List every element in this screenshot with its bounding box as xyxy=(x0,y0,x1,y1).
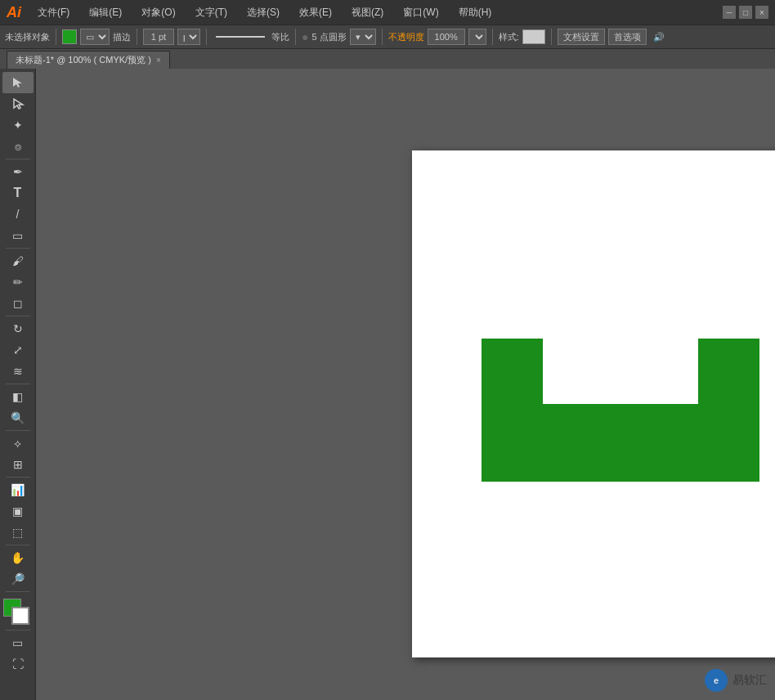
tool-separator-1 xyxy=(6,159,30,159)
separator-2 xyxy=(137,29,137,45)
separator-1 xyxy=(56,29,56,45)
speaker-icon: 🔊 xyxy=(653,32,665,43)
tab-title: 未标题-1* @ 100% ( CMYK/预览 ) xyxy=(16,54,151,66)
tool-separator-4 xyxy=(6,384,30,384)
rotate-tool-button[interactable]: ↻ xyxy=(2,318,34,339)
app-logo: Ai xyxy=(7,4,21,21)
tool-separator-6 xyxy=(6,477,30,478)
watermark-brand: 易软汇 xyxy=(732,673,767,688)
u-shape-svg xyxy=(482,339,759,482)
tab-bar: 未标题-1* @ 100% ( CMYK/预览 ) × xyxy=(0,49,775,69)
bullet-icon: ● xyxy=(302,30,308,43)
line-tool-button[interactable]: / xyxy=(2,204,34,225)
pen-tool-button[interactable]: ✒ xyxy=(2,161,34,182)
close-button[interactable]: × xyxy=(755,6,768,19)
window-controls: ─ □ × xyxy=(723,6,768,19)
separator-3 xyxy=(206,29,207,45)
chart-button[interactable]: 📊 xyxy=(2,479,34,500)
menu-effect[interactable]: 效果(E) xyxy=(293,4,338,21)
main-layout: ✦ ⌾ ✒ T / ▭ 🖌 ✏ ◻ ↻ ⤢ ≋ ◧ 🔍 ⟡ ⊞ 📊 ▣ ⬚ ✋ … xyxy=(0,69,775,700)
fill-type-select[interactable]: ▭ xyxy=(80,29,110,45)
separator-5 xyxy=(382,29,383,45)
opacity-label: 不透明度 xyxy=(388,31,424,43)
menu-view[interactable]: 视图(Z) xyxy=(345,4,390,21)
canvas-area[interactable]: e 易软汇 xyxy=(36,69,775,700)
menu-object[interactable]: 对象(O) xyxy=(135,4,181,21)
tool-separator-3 xyxy=(6,316,30,316)
no-selection-label: 未选择对象 xyxy=(5,31,50,43)
paintbrush-button[interactable]: 🖌 xyxy=(2,250,34,271)
menu-edit[interactable]: 编辑(E) xyxy=(83,4,128,21)
title-bar: Ai 文件(F) 编辑(E) 对象(O) 文字(T) 选择(S) 效果(E) 视… xyxy=(0,0,775,25)
tool-separator-5 xyxy=(6,430,30,431)
selection-tool-button[interactable] xyxy=(2,72,34,93)
separator-4 xyxy=(295,29,296,45)
opacity-input[interactable] xyxy=(428,29,465,45)
artboard-button[interactable]: ▣ xyxy=(2,500,34,522)
tool-separator-7 xyxy=(6,545,30,545)
menu-file[interactable]: 文件(F) xyxy=(31,4,76,21)
scale-tool-button[interactable]: ⤢ xyxy=(2,339,34,361)
normal-mode-button[interactable]: ▭ xyxy=(2,632,34,653)
pencil-button[interactable]: ✏ xyxy=(2,271,34,293)
menu-help[interactable]: 帮助(H) xyxy=(452,4,499,21)
minimize-button[interactable]: ─ xyxy=(723,6,736,19)
watermark-logo-text: e xyxy=(714,675,719,685)
opacity-unit-select[interactable]: ▾ xyxy=(468,29,486,45)
point-type-select[interactable]: ▾ xyxy=(350,29,376,45)
stroke-width-input[interactable] xyxy=(143,29,174,45)
style-label: 样式: xyxy=(499,31,519,43)
artboard xyxy=(412,150,775,657)
fullscreen-button[interactable]: ⛶ xyxy=(2,653,34,675)
menu-select[interactable]: 选择(S) xyxy=(240,4,286,21)
prefs-button[interactable]: 首选项 xyxy=(608,29,647,45)
document-tab[interactable]: 未标题-1* @ 100% ( CMYK/预览 ) × xyxy=(7,51,170,69)
eyedropper-button[interactable]: 🔍 xyxy=(2,407,34,429)
line-style-preview xyxy=(216,36,265,38)
toolbar: ✦ ⌾ ✒ T / ▭ 🖌 ✏ ◻ ↻ ⤢ ≋ ◧ 🔍 ⟡ ⊞ 📊 ▣ ⬚ ✋ … xyxy=(0,69,36,700)
style-swatch[interactable] xyxy=(522,29,545,44)
watermark-logo: e xyxy=(705,669,728,692)
fill-color-swatch[interactable] xyxy=(62,29,77,44)
ratio-label: 等比 xyxy=(271,31,289,43)
tool-separator-2 xyxy=(6,248,30,249)
lasso-button[interactable]: ⌾ xyxy=(2,136,34,157)
symbol-button[interactable]: ⊞ xyxy=(2,454,34,475)
slice-button[interactable]: ⬚ xyxy=(2,522,34,543)
color-area xyxy=(3,595,33,628)
tool-separator-9 xyxy=(6,630,30,630)
warp-tool-button[interactable]: ≋ xyxy=(2,361,34,382)
maximize-button[interactable]: □ xyxy=(739,6,752,19)
point-label: 5 点圆形 xyxy=(311,31,346,43)
eraser-button[interactable]: ◻ xyxy=(2,293,34,314)
gradient-tool-button[interactable]: ◧ xyxy=(2,386,34,407)
tool-separator-8 xyxy=(6,591,30,592)
type-tool-button[interactable]: T xyxy=(2,182,34,204)
doc-settings-button[interactable]: 文档设置 xyxy=(558,29,605,45)
u-shape-container[interactable] xyxy=(482,339,759,482)
tab-close-button[interactable]: × xyxy=(156,56,161,65)
stroke-width-unit-select[interactable]: pt xyxy=(177,29,200,45)
menu-type[interactable]: 文字(T) xyxy=(189,4,234,21)
watermark: e 易软汇 xyxy=(705,669,767,692)
zoom-button[interactable]: 🔎 xyxy=(2,568,34,590)
blend-tool-button[interactable]: ⟡ xyxy=(2,433,34,454)
separator-6 xyxy=(492,29,493,45)
stroke-color-box[interactable] xyxy=(11,607,29,625)
magic-wand-button[interactable]: ✦ xyxy=(2,114,34,136)
menu-window[interactable]: 窗口(W) xyxy=(396,4,445,21)
options-bar: 未选择对象 ▭ 描边 pt 等比 ● 5 点圆形 ▾ 不透明度 ▾ 样式: 文档… xyxy=(0,25,775,49)
separator-7 xyxy=(551,29,552,45)
rect-tool-button[interactable]: ▭ xyxy=(2,225,34,246)
hand-button[interactable]: ✋ xyxy=(2,547,34,568)
stroke-label: 描边 xyxy=(113,31,131,43)
direct-selection-tool-button[interactable] xyxy=(2,93,34,114)
